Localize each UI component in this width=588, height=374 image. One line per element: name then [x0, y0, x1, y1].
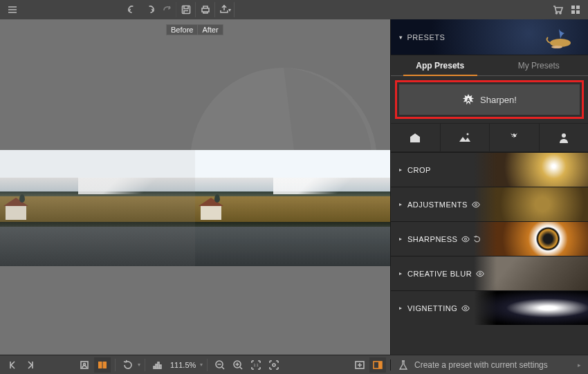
preset-badge-icon: A — [462, 93, 475, 106]
presets-header[interactable]: ▾ PRESETS — [391, 19, 588, 55]
eye-icon — [461, 304, 470, 312]
rotate-icon[interactable] — [120, 357, 136, 373]
section-vignetting[interactable]: ▸ VIGNETTING — [391, 290, 588, 325]
save-icon[interactable] — [179, 2, 196, 17]
svg-rect-6 — [571, 10, 575, 14]
zoom-fit-icon[interactable] — [266, 357, 282, 373]
section-crop[interactable]: ▸ CROP — [391, 152, 588, 187]
svg-text:1:1: 1:1 — [254, 363, 259, 367]
svg-rect-26 — [160, 365, 161, 368]
reset-icon — [472, 235, 481, 243]
eye-icon — [461, 235, 470, 243]
sharpen-label: Sharpen! — [480, 95, 517, 105]
undo-icon[interactable] — [124, 2, 140, 17]
svg-point-20 — [84, 363, 86, 365]
svg-point-16 — [465, 238, 467, 240]
highlight-box: A Sharpen! — [395, 80, 584, 119]
after-label: After — [197, 24, 223, 35]
tab-app-presets[interactable]: App Presets — [391, 55, 490, 75]
category-landscape[interactable] — [441, 124, 490, 151]
svg-point-14 — [562, 133, 566, 138]
before-label: Before — [166, 24, 197, 35]
compare-view-icon[interactable] — [94, 357, 111, 373]
svg-rect-22 — [103, 362, 107, 368]
section-sharpness[interactable]: ▸ SHARPNESS — [391, 221, 588, 256]
svg-rect-24 — [156, 364, 157, 368]
svg-rect-4 — [571, 6, 575, 9]
svg-point-10 — [551, 46, 562, 48]
svg-rect-0 — [182, 6, 190, 14]
section-creative-blur[interactable]: ▸ CREATIVE BLUR — [391, 256, 588, 290]
histogram-icon[interactable] — [149, 357, 166, 373]
zoom-100-icon[interactable]: 1:1 — [248, 357, 264, 373]
grid-icon[interactable] — [567, 2, 584, 17]
svg-rect-33 — [378, 362, 382, 368]
before-image — [0, 150, 195, 266]
category-macro[interactable] — [490, 124, 540, 151]
cart-icon[interactable] — [549, 2, 566, 17]
svg-point-3 — [560, 12, 561, 14]
zoom-out-icon[interactable] — [212, 357, 228, 373]
svg-point-13 — [466, 133, 468, 135]
single-view-icon[interactable] — [76, 357, 93, 373]
eye-icon — [476, 270, 484, 278]
category-portrait[interactable] — [540, 124, 589, 151]
menu-icon[interactable] — [4, 2, 21, 17]
canvas-area[interactable]: Before After — [0, 19, 390, 355]
preset-tabs: App Presets My Presets — [391, 55, 588, 76]
svg-point-18 — [465, 307, 467, 309]
svg-point-15 — [475, 203, 477, 205]
svg-rect-7 — [576, 10, 580, 14]
svg-rect-1 — [202, 8, 209, 12]
eye-icon — [472, 200, 480, 209]
panel-toggle-icon[interactable] — [369, 357, 386, 373]
tab-my-presets[interactable]: My Presets — [490, 55, 589, 75]
print-icon[interactable] — [199, 2, 215, 17]
lamp-icon — [540, 28, 574, 48]
add-panel-icon[interactable] — [351, 357, 368, 373]
zoom-level[interactable]: 111.5% — [167, 361, 199, 369]
svg-point-17 — [479, 272, 481, 274]
svg-text:A: A — [467, 97, 470, 103]
presets-title: PRESETS — [407, 33, 445, 41]
redo-icon[interactable] — [142, 2, 158, 17]
flask-icon — [398, 359, 409, 371]
section-adjustments[interactable]: ▸ ADJUSTMENTS — [391, 187, 588, 221]
bottom-toolbar: ▾ 111.5% ▾ 1:1 Create a preset w — [0, 355, 588, 374]
right-panel: ▾ PRESETS App Presets My Presets A Sharp… — [390, 19, 588, 355]
top-toolbar: ▾ — [0, 0, 588, 19]
svg-point-30 — [273, 364, 275, 366]
after-image — [195, 150, 390, 266]
zoom-in-icon[interactable] — [230, 357, 246, 373]
category-architecture[interactable] — [391, 124, 441, 151]
svg-point-2 — [556, 12, 558, 14]
sharpen-preset-button[interactable]: A Sharpen! — [399, 84, 580, 115]
svg-rect-23 — [154, 366, 155, 368]
create-preset-label: Create a preset with current settings — [414, 360, 548, 370]
next-image-icon[interactable] — [22, 357, 39, 373]
prev-image-icon[interactable] — [4, 357, 21, 373]
svg-point-9 — [550, 39, 571, 47]
svg-rect-21 — [98, 362, 102, 368]
redo-alt-icon[interactable] — [160, 2, 176, 17]
create-preset-button[interactable]: Create a preset with current settings ▸ — [390, 359, 588, 371]
share-icon[interactable]: ▾ — [218, 2, 235, 17]
svg-rect-5 — [576, 6, 580, 9]
svg-rect-25 — [158, 362, 159, 368]
